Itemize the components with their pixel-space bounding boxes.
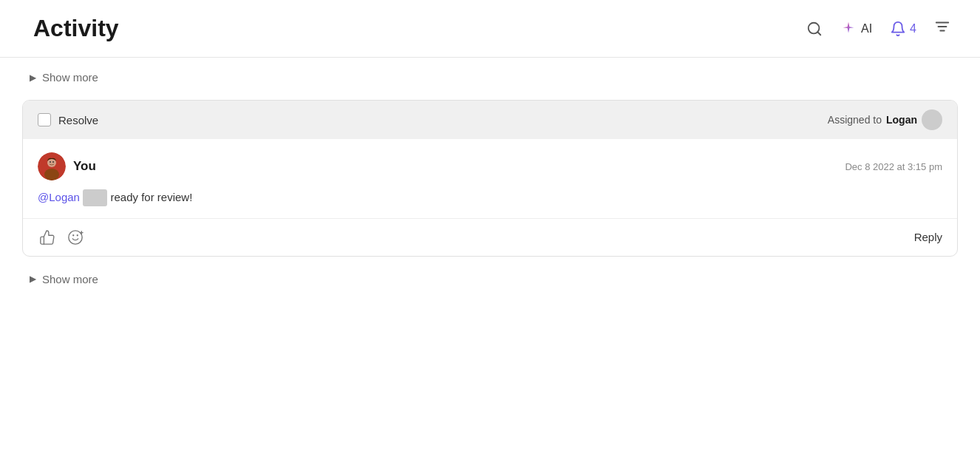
comment-body: You Dec 8 2022 at 3:15 pm @Logan ready f…	[23, 139, 957, 219]
header: Activity AI	[0, 0, 980, 58]
header-actions: AI 4	[806, 18, 950, 38]
show-more-top[interactable]: ▶ Show more	[22, 58, 958, 97]
show-more-bottom[interactable]: ▶ Show more	[22, 260, 958, 299]
ai-button[interactable]: AI	[840, 21, 872, 37]
comment-card: Resolve Assigned to Logan	[22, 100, 958, 257]
assigned-to: Assigned to Logan	[828, 109, 942, 130]
show-more-top-label: Show more	[42, 71, 98, 84]
resolve-left: Resolve	[38, 113, 98, 126]
notification-button[interactable]: 4	[890, 21, 916, 37]
svg-line-1	[817, 32, 820, 35]
resolve-checkbox[interactable]	[38, 113, 51, 126]
filter-icon[interactable]	[934, 18, 950, 38]
notification-count: 4	[910, 22, 916, 35]
blurred-name	[83, 189, 107, 206]
assigned-label: Assigned to	[828, 114, 882, 126]
avatar	[38, 152, 66, 180]
chevron-right-icon: ▶	[30, 72, 36, 83]
resolve-bar: Resolve Assigned to Logan	[23, 101, 957, 139]
emoji-add-button[interactable]	[66, 228, 85, 247]
show-more-bottom-label: Show more	[42, 273, 98, 285]
thumbsup-button[interactable]	[38, 228, 57, 247]
reaction-buttons	[38, 228, 85, 247]
svg-point-7	[44, 169, 59, 180]
comment-author: You	[38, 152, 96, 180]
comment-message: ready for review!	[110, 191, 192, 203]
comment-header: You Dec 8 2022 at 3:15 pm	[38, 152, 942, 180]
page-title: Activity	[33, 15, 119, 42]
ai-label: AI	[861, 22, 872, 35]
comment-actions: Reply	[23, 219, 957, 256]
assigned-avatar	[922, 109, 942, 130]
search-icon[interactable]	[806, 21, 823, 37]
svg-point-8	[50, 161, 51, 163]
comment-timestamp: Dec 8 2022 at 3:15 pm	[845, 161, 942, 172]
comment-text: @Logan ready for review!	[38, 189, 942, 206]
resolve-label[interactable]: Resolve	[58, 114, 98, 126]
content: ▶ Show more Resolve Assigned to Logan	[0, 58, 980, 299]
svg-point-9	[52, 161, 54, 163]
mention: @Logan	[38, 191, 80, 203]
assigned-name: Logan	[886, 114, 917, 126]
author-name: You	[73, 159, 96, 174]
chevron-right-icon-bottom: ▶	[30, 274, 36, 284]
reply-button[interactable]: Reply	[914, 231, 942, 243]
